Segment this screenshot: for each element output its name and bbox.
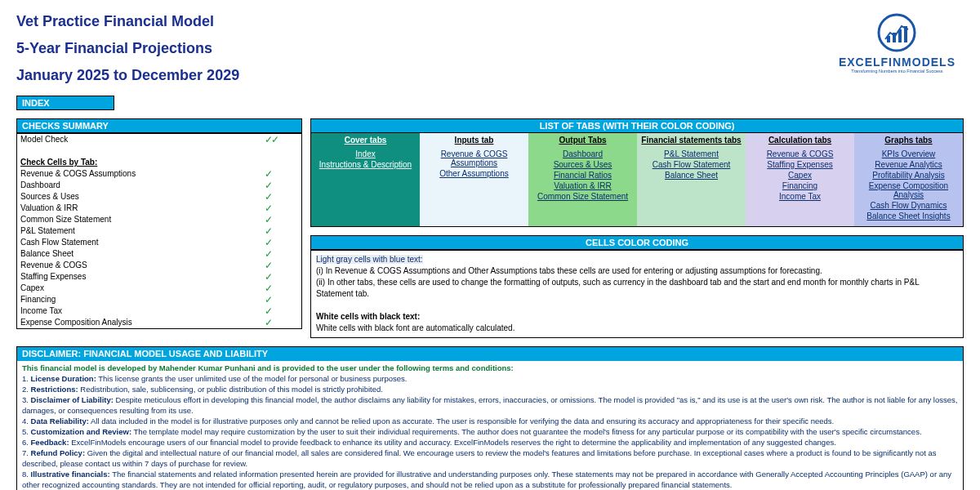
svg-rect-2 <box>893 33 896 42</box>
tab-column: Cover tabsIndexInstructions & Descriptio… <box>311 133 420 226</box>
svg-rect-3 <box>898 29 902 42</box>
check-item: Balance Sheet <box>17 248 262 260</box>
tab-link[interactable]: Expense Composition Analysis <box>854 180 963 200</box>
check-item: Common Size Statement <box>17 214 262 225</box>
tab-link[interactable]: Profitability Analysis <box>854 170 963 180</box>
tab-column-head: Inputs tab <box>420 133 528 147</box>
tab-column-head: Financial statements tabs <box>637 133 746 147</box>
tab-link[interactable]: Common Size Statement <box>528 191 637 202</box>
disclaimer-header: DISCLAIMER: FINANCIAL MODEL USAGE AND LI… <box>17 347 963 361</box>
disclaimer-item: 4. Data Reliability: All data included i… <box>22 416 958 426</box>
tab-column-head: Calculation tabs <box>746 133 854 147</box>
check-by-tab-label: Check Cells by Tab: <box>17 157 302 168</box>
disclaimer-item: 5. Customization and Review: The templat… <box>22 426 958 437</box>
check-item: Dashboard <box>17 180 262 191</box>
check-item: P&L Statement <box>17 225 262 237</box>
cells-header: CELLS COLOR CODING <box>310 235 964 250</box>
disclaimer-item: 8. Illustrative financials: The financia… <box>22 469 958 490</box>
tab-link[interactable]: Balance Sheet Insights <box>854 211 963 221</box>
check-tick-icon: ✓ <box>261 225 301 237</box>
model-check-label: Model Check <box>17 134 262 146</box>
check-tick-icon: ✓ <box>261 305 301 317</box>
model-check-ticks: ✓✓ <box>261 134 301 146</box>
check-item: Income Tax <box>17 305 262 317</box>
check-tick-icon: ✓ <box>261 168 301 180</box>
tab-column-head: Output Tabs <box>528 133 637 147</box>
tab-link[interactable]: Capex <box>746 170 854 180</box>
disclaimer-item: 1. License Duration: This license grants… <box>22 373 958 384</box>
chart-globe-icon <box>874 11 920 54</box>
cells-l1: Light gray cells with blue text: <box>316 255 423 264</box>
tab-link[interactable]: Revenue Analytics <box>854 159 963 170</box>
tab-link[interactable]: Cash Flow Dynamics <box>854 200 963 211</box>
check-tick-icon: ✓ <box>261 260 301 271</box>
tab-link[interactable]: Revenue & COGS <box>746 149 854 159</box>
tab-column: Inputs tabRevenue & COGS AssumptionsOthe… <box>420 133 528 226</box>
cells-l3: (ii) In other tabs, these cells are used… <box>316 278 919 298</box>
tabs-grid: Cover tabsIndexInstructions & Descriptio… <box>310 133 964 227</box>
tab-link[interactable]: Index <box>311 149 420 159</box>
check-item: Capex <box>17 283 262 294</box>
check-tick-icon: ✓ <box>261 248 301 260</box>
index-header: INDEX <box>16 96 114 110</box>
disclaimer-item: 2. Restrictions: Redistribution, sale, s… <box>22 384 958 394</box>
tab-link[interactable]: Valuation & IRR <box>528 180 637 191</box>
tab-link[interactable]: Instructions & Description <box>311 159 420 170</box>
check-item: Valuation & IRR <box>17 203 262 214</box>
check-tick-icon: ✓ <box>261 237 301 248</box>
tab-column: Output TabsDashboardSources & UsesFinanc… <box>528 133 637 226</box>
check-tick-icon: ✓ <box>261 283 301 294</box>
cells-color-coding: Light gray cells with blue text: (i) In … <box>310 250 964 338</box>
tab-column: Calculation tabsRevenue & COGSStaffing E… <box>746 133 854 226</box>
check-item: Revenue & COGS Assumptions <box>17 168 262 180</box>
tab-link[interactable]: KPIs Overview <box>854 149 963 159</box>
page-titles: Vet Practice Financial Model 5-Year Fina… <box>16 13 964 84</box>
tab-column-head: Cover tabs <box>311 133 420 147</box>
check-tick-icon: ✓ <box>261 271 301 283</box>
tab-column: Financial statements tabsP&L StatementCa… <box>637 133 746 226</box>
check-tick-icon: ✓ <box>261 214 301 225</box>
check-item: Staffing Expenses <box>17 271 262 283</box>
tab-link[interactable]: Other Assumptions <box>420 168 528 179</box>
check-item: Revenue & COGS <box>17 260 262 271</box>
check-item: Financing <box>17 294 262 305</box>
disclaimer-item: 6. Feedback: ExcelFinModels encourage us… <box>22 437 958 448</box>
check-item: Cash Flow Statement <box>17 237 262 248</box>
tab-link[interactable]: Financial Ratios <box>528 170 637 180</box>
checks-table: Model Check ✓✓ Check Cells by Tab: Reven… <box>16 133 302 329</box>
disclaimer-intro: This financial model is developed by Mah… <box>22 363 958 373</box>
disclaimer-item: 7. Refund Policy: Given the digital and … <box>22 448 958 469</box>
brand-tagline: Transforming Numbers into Financial Succ… <box>839 69 956 74</box>
check-item: Sources & Uses <box>17 191 262 203</box>
cells-l5: White cells with black font are automati… <box>316 323 514 332</box>
tab-link[interactable]: Sources & Uses <box>528 159 637 170</box>
tab-link[interactable]: Balance Sheet <box>637 170 746 180</box>
cells-l4: White cells with black text: <box>316 312 420 321</box>
svg-rect-1 <box>887 36 890 42</box>
tabs-header: LIST OF TABS (WITH THEIR COLOR CODING) <box>310 118 964 133</box>
check-tick-icon: ✓ <box>261 191 301 203</box>
tab-link[interactable]: Dashboard <box>528 149 637 159</box>
title-1: Vet Practice Financial Model <box>16 13 964 30</box>
title-3: January 2025 to December 2029 <box>16 67 964 84</box>
check-tick-icon: ✓ <box>261 203 301 214</box>
check-tick-icon: ✓ <box>261 317 301 329</box>
title-2: 5-Year Financial Projections <box>16 40 964 57</box>
brand-logo: EXCELFINMODELS Transforming Numbers into… <box>839 11 956 74</box>
check-tick-icon: ✓ <box>261 294 301 305</box>
tab-link[interactable]: Financing <box>746 180 854 191</box>
tab-link[interactable]: Income Tax <box>746 191 854 202</box>
svg-rect-4 <box>904 26 907 42</box>
tab-link[interactable]: Staffing Expenses <box>746 159 854 170</box>
tab-column: Graphs tabsKPIs OverviewRevenue Analytic… <box>854 133 963 226</box>
check-item: Expense Composition Analysis <box>17 317 262 329</box>
check-tick-icon: ✓ <box>261 180 301 191</box>
brand-name: EXCELFINMODELS <box>839 56 956 69</box>
tab-column-head: Graphs tabs <box>854 133 963 147</box>
checks-header: CHECKS SUMMARY <box>16 118 302 133</box>
tab-link[interactable]: Cash Flow Statement <box>637 159 746 170</box>
tab-link[interactable]: P&L Statement <box>637 149 746 159</box>
disclaimer-item: 3. Disclaimer of Liability: Despite meti… <box>22 394 958 416</box>
cells-l2: (i) In Revenue & COGS Assumptions and Ot… <box>316 266 822 275</box>
tab-link[interactable]: Revenue & COGS Assumptions <box>420 149 528 168</box>
